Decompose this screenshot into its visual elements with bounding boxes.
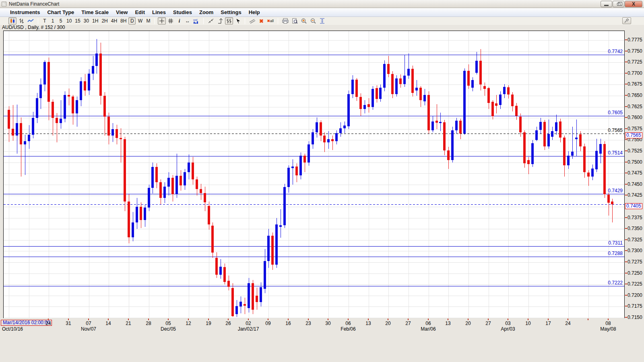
candlestick-chart-button[interactable] <box>8 17 17 25</box>
ohlc-bar-chart-button[interactable] <box>17 17 25 25</box>
candle-body <box>431 121 434 130</box>
timeframe-button-2h[interactable]: 2H <box>100 17 109 25</box>
minimize-button[interactable] <box>601 1 612 7</box>
candle-body <box>359 97 362 109</box>
timeframe-button-4h[interactable]: 4H <box>110 17 118 25</box>
menu-item-instruments[interactable]: Instruments <box>6 8 43 16</box>
gridline-horizontal <box>4 251 624 251</box>
candle-body <box>299 156 302 175</box>
candle-body <box>39 84 42 98</box>
y-axis-label: 0.7700 <box>627 70 642 76</box>
candle-body <box>223 267 226 282</box>
candle-body <box>163 187 166 198</box>
menu-item-settings[interactable]: Settings <box>217 8 245 16</box>
candle-wick <box>57 113 57 142</box>
timeframe-button-8h[interactable]: 8H <box>119 17 128 25</box>
candle-body <box>47 62 50 102</box>
menu-item-studies[interactable]: Studies <box>169 8 196 16</box>
print-preview-button[interactable] <box>291 17 299 25</box>
menu-item-lines[interactable]: Lines <box>149 8 169 16</box>
trend-line-button[interactable] <box>206 17 215 25</box>
candle-body <box>436 121 438 123</box>
menu-item-chart-type[interactable]: Chart Type <box>43 8 78 16</box>
app-icon <box>2 2 6 6</box>
candle-body <box>355 80 358 97</box>
candle-body <box>219 267 222 275</box>
menu-item-view[interactable]: View <box>112 8 131 16</box>
candle-body <box>95 53 98 66</box>
selected-date-box: Mar/14/2016 02:00:00 <box>1 320 52 326</box>
x-axis-tick <box>228 319 229 320</box>
crosshair-button[interactable] <box>158 17 166 25</box>
vertical-line-button[interactable] <box>216 17 224 25</box>
fit-vertical-button[interactable] <box>318 17 326 25</box>
candle-body <box>523 132 526 163</box>
timeframe-button-d[interactable]: D <box>128 17 136 25</box>
minimize-icon <box>604 5 609 6</box>
zoom-in-button[interactable] <box>300 17 308 25</box>
x-axis[interactable]: Mar/14/2016 02:00:00 2431071421280512192… <box>0 319 644 337</box>
volume-button[interactable]: vol <box>192 17 200 25</box>
candle-body <box>248 283 250 308</box>
ohlc-markers-button[interactable] <box>225 17 233 25</box>
restore-button[interactable] <box>613 1 624 7</box>
menu-item-help[interactable]: Help <box>245 8 264 16</box>
close-button[interactable]: X <box>625 1 642 7</box>
y-axis-label: 0.7675 <box>627 81 642 87</box>
candle-body <box>607 195 610 203</box>
menu-item-zoom[interactable]: Zoom <box>196 8 217 16</box>
x-axis-month-label: Mar/06 <box>421 326 436 332</box>
menu-item-edit[interactable]: Edit <box>131 8 149 16</box>
delete-selected-button[interactable]: ✖ <box>258 17 265 25</box>
timeframe-button-w[interactable]: W <box>136 17 144 25</box>
price-badge-0.7405: 0.7405 <box>625 203 642 209</box>
timeframe-button-15[interactable]: 15 <box>74 17 81 25</box>
grid-button[interactable] <box>167 17 175 25</box>
candle-body <box>603 144 606 194</box>
candle-body <box>499 95 502 105</box>
timeframe-button-10[interactable]: 10 <box>65 17 73 25</box>
candle-body <box>479 61 482 84</box>
y-axis-tick <box>625 284 627 284</box>
flag-pointer-button[interactable] <box>234 17 242 25</box>
pin-button[interactable] <box>622 17 631 24</box>
menu-item-time-scale[interactable]: Time Scale <box>78 8 112 16</box>
gridline-horizontal <box>4 240 624 241</box>
candle-wick <box>121 128 121 162</box>
candle-body <box>511 95 514 106</box>
candle-wick <box>245 298 245 314</box>
candle-body <box>439 122 442 123</box>
y-axis[interactable]: 0.77750.77500.77250.77000.76750.76500.76… <box>625 31 644 328</box>
y-axis-label: 0.7500 <box>627 159 642 165</box>
candle-body <box>231 288 234 316</box>
candle-body <box>372 89 374 107</box>
timeframe-button-1[interactable]: 1 <box>49 17 56 25</box>
x-axis-label: 27 <box>405 321 411 326</box>
timeframe-button-m[interactable]: M <box>144 17 152 25</box>
timeframe-button-5[interactable]: 5 <box>57 17 64 25</box>
candle-body <box>543 122 546 146</box>
y-axis-label: 0.7225 <box>627 281 642 287</box>
timeframe-button-t[interactable]: T <box>41 17 48 25</box>
candle-body <box>563 138 566 165</box>
print-button[interactable] <box>281 17 290 25</box>
timeframe-label: 1H <box>92 18 98 24</box>
chart-plot-area[interactable]: 0.77420.76050.75650.75140.74290.73110.72… <box>3 31 625 318</box>
horizontal-scroll-button[interactable]: ↔ <box>184 17 191 25</box>
timeframe-button-1h[interactable]: 1H <box>91 17 99 25</box>
line-chart-button[interactable] <box>26 17 35 25</box>
y-axis-label: 0.7575 <box>627 126 642 132</box>
gridline-horizontal <box>4 96 624 96</box>
timeframe-button-30[interactable]: 30 <box>83 17 90 25</box>
zoom-out-button[interactable] <box>309 17 318 25</box>
candle-body <box>43 62 46 84</box>
delete-all-button[interactable]: ✖all <box>266 17 275 25</box>
pin-icon <box>624 19 629 23</box>
gridline-horizontal <box>4 218 624 218</box>
parallel-lines-button[interactable] <box>248 17 257 25</box>
candle-body <box>291 167 294 168</box>
price-line-label: 0.7742 <box>608 49 623 54</box>
info-button[interactable]: i <box>175 17 183 25</box>
gridline-horizontal <box>4 207 624 207</box>
gridline-horizontal <box>4 262 624 263</box>
